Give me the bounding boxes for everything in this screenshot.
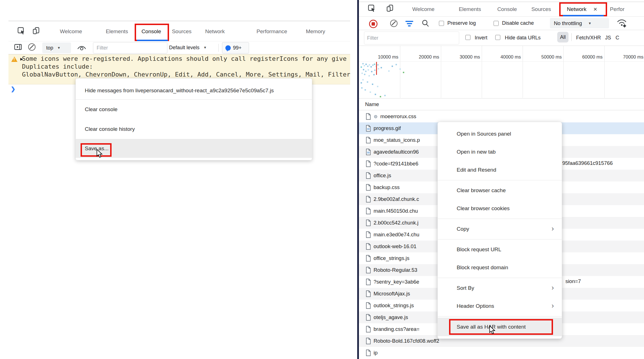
- filter-pill-fetch-xhr[interactable]: Fetch/XHR: [576, 33, 601, 43]
- menu-item-label: Clear browser cache: [457, 187, 506, 194]
- tab-sources[interactable]: Sources: [172, 24, 192, 39]
- menu-item-clear-browser-cookies[interactable]: Clear browser cookies: [438, 199, 562, 217]
- device-toolbar-icon[interactable]: [387, 5, 395, 12]
- filter-pill-css-clipped[interactable]: C: [616, 33, 619, 43]
- tab-network[interactable]: Network: [205, 24, 225, 39]
- menu-separator: [438, 238, 562, 241]
- context-selector-dropdown[interactable]: top ▼: [42, 42, 71, 53]
- mouse-cursor-icon: [96, 149, 103, 158]
- tab-performance[interactable]: Performance: [257, 24, 287, 39]
- menu-item-label: Block request domain: [457, 264, 508, 271]
- waterfall-request-dot: [399, 68, 401, 70]
- name-column-header[interactable]: Name: [359, 98, 644, 110]
- inspect-element-icon[interactable]: [17, 27, 25, 35]
- menu-item-clear-browser-cache[interactable]: Clear browser cache: [438, 181, 562, 199]
- menu-item-save-all-as-har[interactable]: Save all as HAR with content: [438, 318, 562, 336]
- ruler-baseline: [359, 61, 644, 62]
- menu-item-open-in-sources[interactable]: Open in Sources panel: [438, 125, 562, 143]
- menu-item-sort-by[interactable]: Sort By›: [438, 279, 562, 297]
- device-toolbar-icon[interactable]: [33, 27, 41, 35]
- tab-performance[interactable]: Perfor: [610, 2, 625, 16]
- file-icon: [366, 196, 371, 203]
- menu-item-open-in-new-tab[interactable]: Open in new tab: [438, 143, 562, 161]
- request-name: 2.9be002af.chunk.c: [374, 196, 419, 202]
- network-filter-placeholder: Filter: [367, 35, 378, 41]
- menu-item-clear-console-history[interactable]: Clear console history: [76, 119, 312, 139]
- console-prompt-chevron[interactable]: ❯: [11, 86, 15, 92]
- menu-separator: [438, 277, 562, 279]
- console-sidebar-icon[interactable]: [14, 44, 22, 50]
- issues-bubble-icon: [225, 45, 231, 51]
- menu-item-block-request-domain[interactable]: Block request domain: [438, 259, 562, 277]
- filter-pill-all[interactable]: All: [557, 32, 569, 42]
- tab-sources[interactable]: Sources: [531, 2, 551, 16]
- file-icon: [366, 149, 371, 155]
- right-tabbar-border: [359, 16, 644, 17]
- disable-cache-label: Disable cache: [502, 18, 534, 28]
- menu-item-save-as[interactable]: Save as...: [76, 139, 312, 158]
- search-icon[interactable]: [421, 19, 429, 27]
- preserve-log-checkbox[interactable]: [439, 21, 444, 26]
- overflowing-request-text: 95faa639661c915766: [562, 160, 613, 166]
- live-expression-eye-icon[interactable]: [77, 44, 87, 51]
- filter-row-border: [359, 46, 644, 46]
- file-icon: [366, 219, 371, 226]
- tab-console[interactable]: Console: [497, 2, 517, 16]
- waterfall-request-dot: [364, 74, 365, 75]
- waterfall-request-dot: [388, 70, 390, 72]
- menu-item-copy[interactable]: Copy›: [438, 220, 562, 238]
- waterfall-request-dot: [372, 84, 373, 85]
- request-name: ip: [374, 350, 377, 356]
- file-icon: [366, 160, 371, 167]
- disable-cache-checkbox[interactable]: [494, 21, 499, 26]
- throttling-dropdown[interactable]: No throttling ▼: [550, 18, 609, 28]
- clear-network-log-icon[interactable]: [390, 20, 397, 27]
- request-name: ?sentry_key=3ab6e: [374, 279, 419, 285]
- invert-checkbox[interactable]: [465, 35, 470, 40]
- request-row[interactable]: moeerrorux.css: [359, 111, 644, 122]
- filter-pill-js[interactable]: JS: [605, 33, 611, 43]
- console-filter-input[interactable]: Filter: [93, 42, 167, 53]
- file-icon: [366, 267, 371, 273]
- waterfall-request-dot: [381, 67, 382, 68]
- hide-data-urls-checkbox[interactable]: [495, 35, 500, 40]
- file-icon: [366, 184, 371, 191]
- waterfall-request-dot: [378, 68, 379, 69]
- menu-item-edit-and-resend[interactable]: Edit and Resend: [438, 161, 562, 179]
- waterfall-request-dot: [367, 66, 368, 67]
- request-row[interactable]: ip: [359, 347, 644, 359]
- log-levels-value: Default levels: [169, 45, 199, 51]
- timeline-tick: 10000 ms: [358, 54, 398, 60]
- waterfall-request-dot: [364, 65, 365, 66]
- waterfall-request-dot: [363, 69, 364, 70]
- active-tab-underline: [563, 15, 604, 16]
- record-network-log-icon[interactable]: [369, 20, 377, 28]
- menu-item-hide-messages[interactable]: Hide messages from livepersonacard_witho…: [76, 82, 312, 99]
- log-levels-dropdown[interactable]: Default levels ▼: [169, 42, 207, 53]
- network-filter-input[interactable]: Filter: [364, 32, 459, 44]
- menu-item-header-options[interactable]: Header Options›: [438, 297, 562, 315]
- inspect-element-icon[interactable]: [368, 5, 376, 12]
- waterfall-request-dot: [370, 91, 371, 93]
- clear-console-icon[interactable]: [28, 43, 35, 51]
- warning-line-3: GlobalNavButton, ChevronDown, ChevronUp,…: [22, 71, 350, 78]
- request-name: outlook-web-16.01: [374, 243, 416, 250]
- tab-memory[interactable]: Memory: [306, 24, 325, 39]
- menu-item-clear-console[interactable]: Clear console: [76, 100, 312, 119]
- tab-welcome[interactable]: Welcome: [60, 24, 82, 39]
- menu-item-block-request-url[interactable]: Block request URL: [438, 241, 562, 259]
- menu-separator: [438, 217, 562, 220]
- timeline-tick: 70000 ms: [603, 54, 643, 60]
- issues-counter[interactable]: 99+: [222, 42, 249, 53]
- tab-elements[interactable]: Elements: [106, 24, 128, 39]
- waterfall-request-dot: [384, 95, 386, 96]
- tab-elements[interactable]: Elements: [459, 2, 481, 16]
- filter-icon[interactable]: [405, 21, 414, 28]
- request-name: outlook_strings.js: [374, 302, 414, 309]
- waterfall-request-dot: [362, 63, 364, 64]
- request-name: backup.css: [374, 184, 400, 190]
- network-conditions-icon[interactable]: [616, 18, 627, 28]
- tab-welcome[interactable]: Welcome: [412, 2, 435, 16]
- timeline-tick: 50000 ms: [521, 54, 562, 60]
- console-filter-placeholder: Filter: [97, 45, 108, 51]
